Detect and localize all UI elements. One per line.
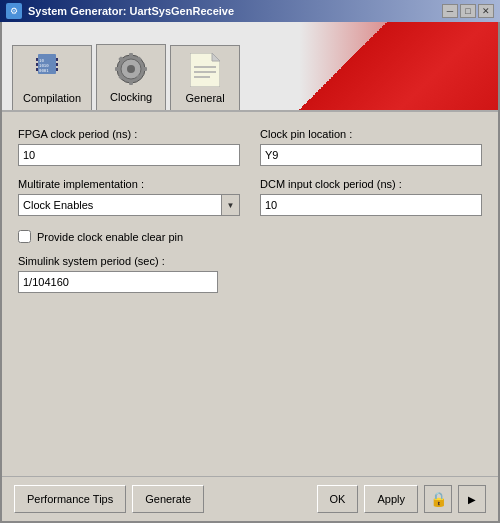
form-content: FPGA clock period (ns) : Clock pin locat…	[2, 112, 498, 476]
title-bar-left: ⚙ System Generator: UartSysGenReceive	[6, 3, 234, 19]
svg-rect-6	[56, 68, 58, 71]
clock-enable-label: Provide clock enable clear pin	[37, 231, 183, 243]
clock-pin-label: Clock pin location :	[260, 128, 482, 140]
general-icon	[187, 52, 223, 88]
svg-rect-1	[36, 58, 38, 61]
dcm-label: DCM input clock period (ns) :	[260, 178, 482, 190]
svg-rect-5	[56, 63, 58, 66]
svg-rect-2	[36, 63, 38, 66]
svg-rect-15	[115, 67, 120, 71]
clocking-icon	[113, 51, 149, 87]
dcm-group: DCM input clock period (ns) :	[260, 178, 482, 216]
tab-general-label: General	[186, 92, 225, 104]
svg-rect-16	[142, 67, 147, 71]
svg-rect-13	[129, 53, 133, 58]
generate-button[interactable]: Generate	[132, 485, 204, 513]
close-button[interactable]: ✕	[478, 4, 494, 18]
lock-icon[interactable]: 🔒	[424, 485, 452, 513]
tab-general[interactable]: General	[170, 45, 240, 110]
svg-text:0001: 0001	[39, 68, 49, 73]
svg-rect-14	[129, 80, 133, 85]
app-icon: ⚙	[6, 3, 22, 19]
tab-compilation-label: Compilation	[23, 92, 81, 104]
fpga-clock-group: FPGA clock period (ns) :	[18, 128, 240, 166]
header-decoration	[298, 22, 498, 112]
fpga-clock-input[interactable]	[18, 144, 240, 166]
ok-button[interactable]: OK	[317, 485, 359, 513]
svg-rect-4	[56, 58, 58, 61]
tab-bar: 10 1010 0001 Compilation	[12, 44, 240, 110]
arrow-icon[interactable]: ▶	[458, 485, 486, 513]
title-bar: ⚙ System Generator: UartSysGenReceive ─ …	[0, 0, 500, 22]
fpga-clock-label: FPGA clock period (ns) :	[18, 128, 240, 140]
multirate-select-wrapper: Clock Enables Multirate Single rate ▼	[18, 194, 240, 216]
checkbox-row: Provide clock enable clear pin	[18, 230, 482, 243]
compilation-icon: 10 1010 0001	[34, 52, 70, 88]
main-window: 10 1010 0001 Compilation	[0, 22, 500, 523]
tab-clocking[interactable]: Clocking	[96, 44, 166, 111]
svg-point-12	[127, 65, 135, 73]
window-title: System Generator: UartSysGenReceive	[28, 5, 234, 17]
simulink-group: Simulink system period (sec) :	[18, 255, 482, 293]
multirate-select[interactable]: Clock Enables Multirate Single rate	[18, 194, 222, 216]
clock-pin-input[interactable]	[260, 144, 482, 166]
tab-compilation[interactable]: 10 1010 0001 Compilation	[12, 45, 92, 110]
svg-rect-3	[36, 68, 38, 71]
clock-enable-checkbox[interactable]	[18, 230, 31, 243]
form-row-2: Multirate implementation : Clock Enables…	[18, 178, 482, 216]
dcm-input[interactable]	[260, 194, 482, 216]
select-arrow-icon[interactable]: ▼	[222, 194, 240, 216]
maximize-button[interactable]: □	[460, 4, 476, 18]
form-row-1: FPGA clock period (ns) : Clock pin locat…	[18, 128, 482, 166]
simulink-label: Simulink system period (sec) :	[18, 255, 482, 267]
title-buttons: ─ □ ✕	[442, 4, 494, 18]
clock-pin-group: Clock pin location :	[260, 128, 482, 166]
simulink-input[interactable]	[18, 271, 218, 293]
performance-tips-button[interactable]: Performance Tips	[14, 485, 126, 513]
footer: Performance Tips Generate OK Apply 🔒 ▶	[2, 476, 498, 521]
multirate-label: Multirate implementation :	[18, 178, 240, 190]
minimize-button[interactable]: ─	[442, 4, 458, 18]
svg-marker-22	[212, 53, 220, 61]
multirate-group: Multirate implementation : Clock Enables…	[18, 178, 240, 216]
tab-clocking-label: Clocking	[110, 91, 152, 103]
apply-button[interactable]: Apply	[364, 485, 418, 513]
header-area: 10 1010 0001 Compilation	[2, 22, 498, 112]
